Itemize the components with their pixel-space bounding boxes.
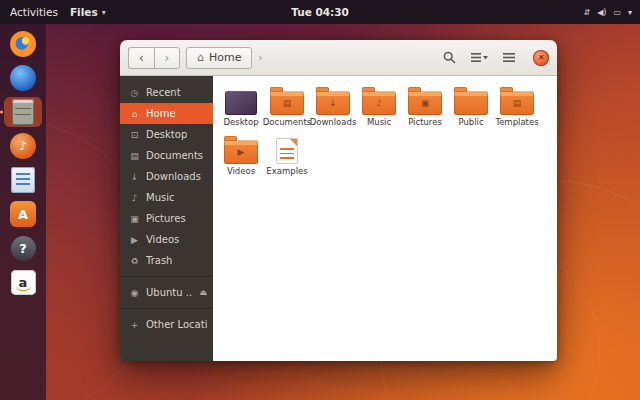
rhythmbox-icon: ♪ bbox=[10, 133, 36, 159]
chevron-down-icon: ▾ bbox=[628, 8, 632, 17]
dock-item-rhythmbox[interactable]: ♪ bbox=[4, 131, 42, 161]
ubuntu-software-icon: A bbox=[10, 201, 36, 227]
dock-item-ubuntu-software[interactable]: A bbox=[4, 199, 42, 229]
file-item-videos[interactable]: ▶ Videos bbox=[218, 134, 264, 181]
dock-item-help[interactable]: ? bbox=[4, 233, 42, 263]
system-indicators[interactable]: ⇵ ◀) ▭ ▾ bbox=[583, 8, 640, 17]
file-item-examples[interactable]: Examples bbox=[264, 134, 310, 181]
file-item-downloads[interactable]: ↓ Downloads bbox=[310, 85, 356, 132]
dock-item-amazon[interactable]: a bbox=[4, 267, 42, 297]
dock: ♪ A ? a bbox=[0, 24, 46, 400]
folder-icon: ↓ bbox=[316, 91, 350, 115]
top-bar: Activities Files ▾ Tue 04:30 ⇵ ◀) ▭ ▾ bbox=[0, 0, 640, 24]
desktop-folder-icon bbox=[225, 91, 257, 115]
music-icon: ♪ bbox=[129, 193, 140, 203]
header-bar[interactable]: ‹ › ⌂ Home › bbox=[120, 40, 557, 76]
file-label: Pictures bbox=[408, 118, 442, 127]
sidebar-item-label: Music bbox=[146, 192, 174, 203]
file-label: Examples bbox=[266, 167, 307, 176]
folder-icon bbox=[454, 91, 488, 115]
dock-item-libreoffice-writer[interactable] bbox=[4, 165, 42, 195]
back-button[interactable]: ‹ bbox=[128, 47, 154, 69]
disk-icon: ◉ bbox=[129, 288, 140, 298]
search-icon bbox=[443, 51, 456, 64]
sidebar-item-other-locations[interactable]: + Other Locations bbox=[120, 314, 213, 335]
forward-button[interactable]: › bbox=[154, 47, 180, 69]
folder-icon: ♪ bbox=[362, 91, 396, 115]
libreoffice-writer-icon bbox=[11, 167, 35, 193]
home-icon: ⌂ bbox=[129, 109, 140, 119]
sidebar-item-videos[interactable]: ▶ Videos bbox=[120, 229, 213, 250]
sidebar-item-ubuntu-volume[interactable]: ◉ Ubuntu ... ⏏ bbox=[120, 282, 213, 303]
sidebar-item-label: Recent bbox=[146, 87, 181, 98]
recent-icon: ◷ bbox=[129, 88, 140, 98]
menu-button[interactable] bbox=[497, 47, 521, 69]
battery-icon: ▭ bbox=[613, 8, 621, 17]
search-button[interactable] bbox=[437, 47, 461, 69]
sidebar-item-label: Ubuntu ... bbox=[146, 287, 193, 298]
list-view-icon bbox=[471, 52, 488, 63]
sidebar-separator bbox=[120, 276, 213, 277]
file-label: Templates bbox=[495, 118, 538, 127]
app-menu-button[interactable]: Files ▾ bbox=[70, 6, 106, 18]
downloads-icon: ↓ bbox=[129, 172, 140, 182]
sidebar-item-label: Trash bbox=[146, 255, 172, 266]
trash-icon: ♻ bbox=[129, 256, 140, 266]
sidebar-item-music[interactable]: ♪ Music bbox=[120, 187, 213, 208]
sidebar-item-label: Desktop bbox=[146, 129, 187, 140]
pictures-icon: ▣ bbox=[129, 214, 140, 224]
sidebar-item-home[interactable]: ⌂ Home bbox=[120, 103, 213, 124]
sidebar-item-recent[interactable]: ◷ Recent bbox=[120, 82, 213, 103]
chevron-right-icon: › bbox=[258, 52, 262, 63]
videos-icon: ▶ bbox=[129, 235, 140, 245]
chevron-down-icon: ▾ bbox=[102, 8, 106, 17]
sidebar-item-downloads[interactable]: ↓ Downloads bbox=[120, 166, 213, 187]
network-icon: ⇵ bbox=[583, 8, 590, 17]
home-icon: ⌂ bbox=[197, 51, 204, 64]
sidebar-item-desktop[interactable]: ⊡ Desktop bbox=[120, 124, 213, 145]
close-button[interactable]: ✕ bbox=[533, 50, 549, 66]
folder-icon: ▣ bbox=[408, 91, 442, 115]
folder-icon: ▤ bbox=[270, 91, 304, 115]
sidebar-item-label: Other Locations bbox=[146, 319, 207, 330]
firefox-icon bbox=[10, 31, 36, 57]
file-label: Music bbox=[367, 118, 391, 127]
eject-icon[interactable]: ⏏ bbox=[199, 288, 207, 297]
file-label: Desktop bbox=[223, 118, 258, 127]
sidebar-item-documents[interactable]: ▤ Documents bbox=[120, 145, 213, 166]
sidebar-item-label: Home bbox=[146, 108, 176, 119]
sidebar-separator bbox=[120, 308, 213, 309]
dock-item-firefox[interactable] bbox=[4, 29, 42, 59]
desktop-icon: ⊡ bbox=[129, 130, 140, 140]
activities-button[interactable]: Activities bbox=[10, 6, 58, 18]
folder-icon: ▤ bbox=[500, 91, 534, 115]
file-label: Public bbox=[458, 118, 483, 127]
examples-link-icon bbox=[276, 138, 298, 164]
view-toggle-button[interactable] bbox=[467, 47, 491, 69]
dock-item-thunderbird[interactable] bbox=[4, 63, 42, 93]
clock[interactable]: Tue 04:30 bbox=[291, 6, 349, 18]
desktop: Activities Files ▾ Tue 04:30 ⇵ ◀) ▭ ▾ ♪ bbox=[0, 0, 640, 400]
file-label: Documents bbox=[263, 118, 311, 127]
file-grid: Desktop ▤ Documents ↓ Downloads ♪ Music … bbox=[213, 76, 557, 361]
files-window: ‹ › ⌂ Home › bbox=[120, 40, 557, 361]
pictures-emblem-icon: ▣ bbox=[421, 99, 430, 108]
file-item-templates[interactable]: ▤ Templates bbox=[494, 85, 540, 132]
help-icon: ? bbox=[11, 236, 36, 261]
file-item-public[interactable]: Public bbox=[448, 85, 494, 132]
dock-item-files[interactable] bbox=[4, 97, 42, 127]
path-bar-home-button[interactable]: ⌂ Home bbox=[186, 47, 252, 69]
documents-emblem-icon: ▤ bbox=[283, 99, 292, 108]
file-item-desktop[interactable]: Desktop bbox=[218, 85, 264, 132]
sidebar-item-label: Documents bbox=[146, 150, 203, 161]
file-label: Downloads bbox=[310, 118, 357, 127]
file-item-music[interactable]: ♪ Music bbox=[356, 85, 402, 132]
sidebar: ◷ Recent ⌂ Home ⊡ Desktop ▤ Documents ↓ bbox=[120, 76, 213, 361]
sidebar-item-trash[interactable]: ♻ Trash bbox=[120, 250, 213, 271]
hamburger-menu-icon bbox=[503, 52, 515, 63]
sidebar-item-label: Videos bbox=[146, 234, 179, 245]
sidebar-item-pictures[interactable]: ▣ Pictures bbox=[120, 208, 213, 229]
file-item-documents[interactable]: ▤ Documents bbox=[264, 85, 310, 132]
folder-icon: ▶ bbox=[224, 140, 258, 164]
file-item-pictures[interactable]: ▣ Pictures bbox=[402, 85, 448, 132]
